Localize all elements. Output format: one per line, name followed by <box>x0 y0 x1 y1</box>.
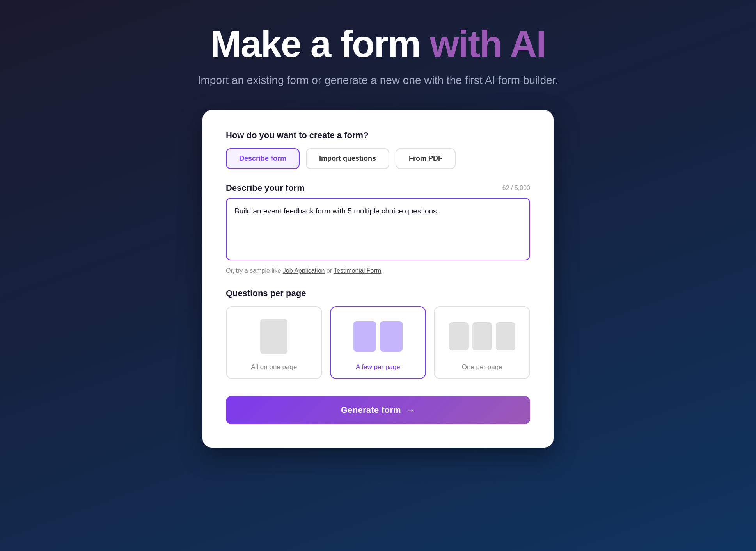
creation-tabs: Describe form Import questions From PDF <box>226 148 530 169</box>
layout-one-preview <box>441 315 523 358</box>
hero-title: Make a form with AI <box>210 23 546 65</box>
sample-link-job[interactable]: Job Application <box>283 267 325 274</box>
few-block-2 <box>380 321 403 352</box>
all-block <box>260 319 287 354</box>
tab-describe[interactable]: Describe form <box>226 148 300 169</box>
sample-hint: Or, try a sample like Job Application or… <box>226 267 530 274</box>
hero-subtitle: Import an existing form or generate a ne… <box>198 74 558 87</box>
describe-label-row: Describe your form 62 / 5,000 <box>226 183 530 193</box>
one-block-3 <box>496 322 515 350</box>
layout-all-label: All on one page <box>251 363 297 371</box>
few-block-1 <box>353 321 376 352</box>
generate-button-label: Generate form <box>341 405 401 415</box>
layout-few[interactable]: A few per page <box>330 306 426 379</box>
layout-all[interactable]: All on one page <box>226 306 322 379</box>
one-block-2 <box>472 322 492 350</box>
layout-options: All on one page A few per page One per p… <box>226 306 530 379</box>
questions-per-page-section: Questions per page All on one page A few… <box>226 288 530 379</box>
generate-button-arrow: → <box>406 405 415 416</box>
hero-title-plain: Make a form <box>210 23 430 65</box>
creation-method-label: How do you want to create a form? <box>226 130 530 140</box>
hero-title-highlight: with AI <box>430 23 546 65</box>
main-card: How do you want to create a form? Descri… <box>202 110 554 448</box>
sample-hint-text: Or, try a sample like <box>226 267 281 274</box>
layout-one[interactable]: One per page <box>434 306 530 379</box>
generate-button[interactable]: Generate form → <box>226 396 530 424</box>
one-block-1 <box>449 322 469 350</box>
char-count: 62 / 5,000 <box>502 185 530 192</box>
tab-pdf[interactable]: From PDF <box>396 148 456 169</box>
tab-import[interactable]: Import questions <box>306 148 389 169</box>
sample-link-testimonial[interactable]: Testimonial Form <box>334 267 381 274</box>
qpp-label: Questions per page <box>226 288 530 299</box>
layout-few-preview <box>337 315 419 358</box>
sample-connector: or <box>327 267 332 274</box>
layout-all-preview <box>233 315 315 358</box>
describe-form-label: Describe your form <box>226 183 305 193</box>
describe-textarea[interactable] <box>226 198 530 260</box>
layout-few-label: A few per page <box>356 363 400 371</box>
layout-one-label: One per page <box>462 363 502 371</box>
